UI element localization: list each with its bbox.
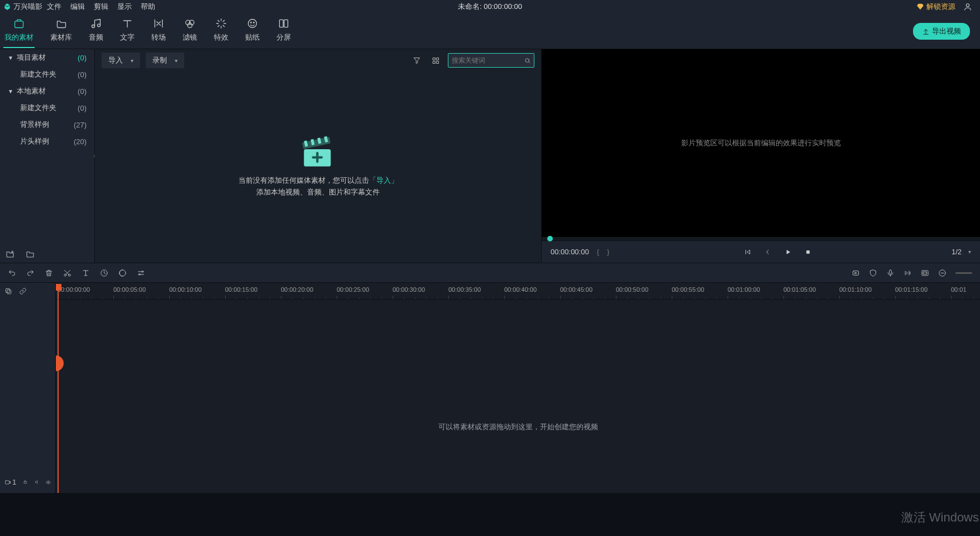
menu-view[interactable]: 显示 (117, 2, 132, 12)
adjust-icon[interactable] (137, 269, 145, 277)
svg-point-39 (47, 481, 49, 482)
tree-new-folder-2[interactable]: 新建文件夹 (0) (0, 99, 94, 116)
ruler-label: 00:01 (951, 286, 967, 293)
stop-icon[interactable] (804, 248, 812, 256)
tree-new-folder-1[interactable]: 新建文件夹 (0) (0, 66, 94, 83)
svg-rect-32 (922, 271, 928, 276)
voice-icon[interactable] (886, 269, 895, 277)
svg-point-3 (98, 23, 101, 26)
cut-icon[interactable] (63, 269, 71, 277)
ruler-label: 00:01:05:00 (783, 286, 816, 293)
right-menu: 解锁资源 (916, 2, 977, 12)
media-panel: 导入▾ 录制▾ 当前没 (95, 49, 542, 263)
menu-help[interactable]: 帮助 (141, 2, 155, 12)
tree-bg-samples[interactable]: 背景样例 (27) (0, 116, 94, 133)
zoom-out-icon[interactable] (938, 269, 946, 277)
tab-sticker[interactable]: 贴纸 (244, 15, 261, 48)
timeline-tracks[interactable]: 00:00:00:0000:00:05:0000:00:10:0000:00:1… (56, 283, 980, 493)
copy-icon[interactable] (4, 287, 12, 295)
delete-icon[interactable] (45, 269, 53, 277)
project-title: 未命名: 00:00:00:00 (458, 2, 522, 12)
unlock-resources-button[interactable]: 解锁资源 (916, 2, 955, 12)
diamond-icon (916, 3, 924, 11)
zoom-slider[interactable] (955, 272, 972, 274)
timeline: 1 00:00:00:0000:00:05:0000:00:10:0000:00… (0, 283, 980, 493)
timeline-ruler[interactable]: 00:00:00:0000:00:05:0000:00:10:0000:00:1… (56, 283, 980, 300)
link-icon[interactable] (19, 287, 27, 295)
ruler-label: 00:01:00:00 (728, 286, 760, 293)
search-input[interactable] (448, 53, 534, 68)
preview-ratio[interactable]: 1/2 (952, 248, 962, 256)
import-dropdown[interactable]: 导入▾ (102, 53, 140, 68)
preview-scrubber[interactable] (542, 237, 980, 240)
track-badge[interactable]: 1 (4, 478, 16, 486)
eye-icon[interactable] (46, 478, 51, 486)
menu-edit[interactable]: 编辑 (70, 2, 85, 12)
svg-point-28 (142, 271, 144, 272)
tree-project-media[interactable]: ▼项目素材 (0) (0, 49, 94, 66)
menu-items: 文件 编辑 剪辑 显示 帮助 (47, 2, 155, 12)
tab-library[interactable]: 素材库 (49, 15, 73, 48)
svg-rect-13 (436, 58, 438, 60)
svg-rect-37 (6, 481, 9, 484)
tab-transition[interactable]: 转场 (150, 15, 167, 48)
mark-out-icon[interactable]: } (607, 248, 609, 256)
playback-time: 00:00:00:00 (551, 248, 589, 256)
undo-icon[interactable] (8, 269, 16, 277)
menu-clip[interactable]: 剪辑 (94, 2, 108, 12)
redo-icon[interactable] (26, 269, 35, 277)
transition-icon (153, 18, 164, 29)
new-folder-icon[interactable] (6, 249, 15, 258)
lock-icon[interactable] (23, 478, 27, 486)
search-field[interactable] (452, 56, 521, 64)
play-icon[interactable] (784, 248, 792, 256)
playhead[interactable] (58, 284, 59, 493)
grid-view-icon[interactable] (429, 54, 442, 67)
step-back-icon[interactable] (764, 248, 772, 256)
ruler-label: 00:00:05:00 (113, 286, 146, 293)
filter-icon (184, 18, 195, 29)
snapshot-icon[interactable] (921, 269, 929, 277)
record-dropdown[interactable]: 录制▾ (146, 53, 184, 68)
svg-rect-1 (15, 21, 23, 27)
tree-local-media[interactable]: ▼本地素材 (0) (0, 83, 94, 99)
mark-in-icon[interactable]: { (597, 248, 599, 256)
video-track-icon (4, 479, 11, 486)
ruler-label: 00:00:45:00 (560, 286, 592, 293)
ruler-label: 00:00:50:00 (616, 286, 648, 293)
user-icon[interactable] (963, 2, 972, 11)
ruler-label: 00:00:10:00 (169, 286, 202, 293)
tab-audio[interactable]: 音频 (88, 15, 104, 48)
split-screen-icon (278, 18, 289, 29)
tab-filter[interactable]: 滤镜 (181, 15, 198, 48)
chevron-down-icon[interactable]: ▾ (968, 249, 971, 255)
export-button[interactable]: 导出视频 (913, 23, 970, 40)
tab-text[interactable]: 文字 (119, 15, 136, 48)
svg-point-2 (92, 25, 95, 27)
audio-mix-icon[interactable] (903, 269, 912, 277)
mute-icon[interactable] (35, 478, 39, 486)
ruler-label: 00:00:00:00 (58, 286, 90, 293)
prev-frame-icon[interactable] (744, 248, 752, 256)
svg-rect-35 (7, 290, 11, 294)
media-box-icon (13, 18, 25, 29)
render-icon[interactable] (852, 269, 860, 277)
ruler-label: 00:01:15:00 (895, 286, 928, 293)
menu-file[interactable]: 文件 (47, 2, 61, 12)
tab-split[interactable]: 分屏 (275, 15, 292, 48)
windows-activate-watermark: 激活 Windows (901, 509, 979, 526)
crop-text-icon[interactable] (82, 269, 90, 277)
tab-effects[interactable]: 特效 (213, 15, 230, 48)
folder-open-icon[interactable] (26, 249, 35, 258)
tab-my-media[interactable]: 我的素材 (3, 15, 35, 48)
color-icon[interactable] (118, 269, 127, 277)
tree-intro-samples[interactable]: 片头样例 (20) (0, 133, 94, 150)
speed-icon[interactable] (100, 269, 108, 277)
media-tree: ▼项目素材 (0) 新建文件夹 (0) ▼本地素材 (0) 新建文件夹 (0) … (0, 49, 95, 263)
filter-icon-button[interactable] (410, 54, 423, 67)
svg-rect-33 (923, 272, 926, 274)
collapse-handle-icon[interactable]: ‹ (93, 152, 95, 160)
app-logo-icon (3, 3, 11, 11)
timeline-head: 1 (0, 283, 56, 493)
marker-shield-icon[interactable] (869, 269, 877, 277)
